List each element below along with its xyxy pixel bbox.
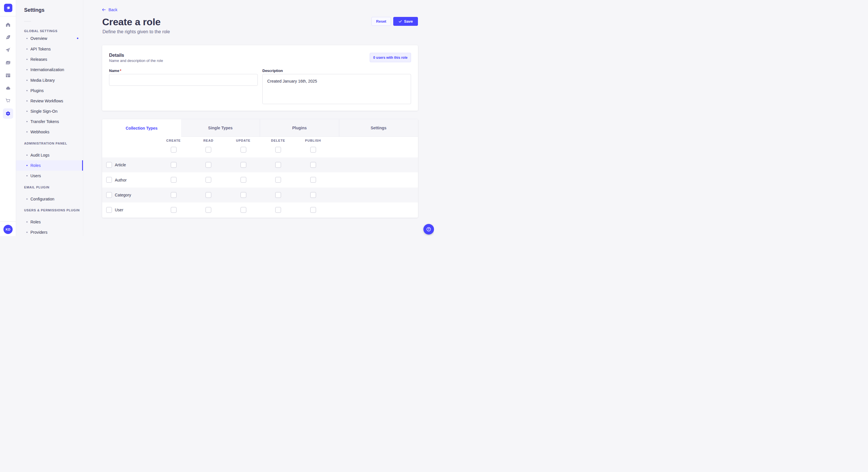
author-publish-checkbox[interactable] xyxy=(310,177,316,183)
bullet-icon xyxy=(26,111,28,112)
home-icon[interactable] xyxy=(5,22,11,28)
article-update-checkbox[interactable] xyxy=(241,162,246,168)
sidebar-item-webhooks[interactable]: Webhooks xyxy=(16,127,83,137)
users-with-role-badge[interactable]: 0 users with this role xyxy=(370,53,411,62)
article-delete-checkbox[interactable] xyxy=(275,162,281,168)
tab-settings[interactable]: Settings xyxy=(339,119,418,137)
sidebar-item-audit-logs[interactable]: Audit Logs xyxy=(16,150,83,160)
page-subtitle: Define the rights given to the role xyxy=(102,29,170,34)
category-create-checkbox[interactable] xyxy=(171,192,177,198)
strapi-logo[interactable] xyxy=(4,4,12,12)
row-select-checkbox[interactable] xyxy=(106,207,112,213)
article-create-checkbox[interactable] xyxy=(171,162,177,168)
sidebar-item-plugins[interactable]: Plugins xyxy=(16,86,83,96)
nav-rail: KD xyxy=(0,0,16,236)
settings-sidebar: Settings GLOBAL SETTINGS Overview API To… xyxy=(16,0,83,236)
sidebar-item-api-tokens[interactable]: API Tokens xyxy=(16,44,83,54)
bullet-icon xyxy=(26,80,28,81)
tab-collection-types[interactable]: Collection Types xyxy=(102,119,181,137)
author-delete-checkbox[interactable] xyxy=(275,177,281,183)
marketplace-cart-icon[interactable] xyxy=(5,98,11,103)
row-label: Category xyxy=(115,193,131,197)
select-all-delete-checkbox[interactable] xyxy=(275,147,281,153)
sidebar-item-transfer-tokens[interactable]: Transfer Tokens xyxy=(16,116,83,127)
row-select-checkbox[interactable] xyxy=(106,162,112,168)
sidebar-item-users[interactable]: Users xyxy=(16,171,83,181)
author-read-checkbox[interactable] xyxy=(206,177,211,183)
sidebar-item-single-sign-on[interactable]: Single Sign-On xyxy=(16,106,83,116)
layout-icon[interactable] xyxy=(5,72,11,78)
help-button[interactable] xyxy=(423,224,434,235)
sidebar-item-internationalization[interactable]: Internationalization xyxy=(16,65,83,75)
sidebar-item-roles-up[interactable]: Roles xyxy=(16,217,83,227)
feather-icon[interactable] xyxy=(5,34,11,40)
bullet-icon xyxy=(26,232,28,233)
details-card: Details Name and description of the role… xyxy=(102,45,418,111)
bullet-icon xyxy=(26,222,28,223)
category-delete-checkbox[interactable] xyxy=(275,192,281,198)
required-asterisk: * xyxy=(120,69,121,73)
name-label: Name* xyxy=(109,69,121,73)
description-textarea[interactable]: Created January 16th, 2025 xyxy=(262,74,411,104)
sidebar-item-review-workflows[interactable]: Review Workflows xyxy=(16,96,83,106)
arrow-left-icon xyxy=(102,7,106,12)
user-create-checkbox[interactable] xyxy=(171,207,177,213)
row-select-checkbox[interactable] xyxy=(106,192,112,198)
select-all-read-checkbox[interactable] xyxy=(206,147,211,153)
page-title: Create a role xyxy=(102,16,160,28)
table-row-category: Category xyxy=(102,188,418,202)
category-update-checkbox[interactable] xyxy=(241,192,246,198)
back-label: Back xyxy=(108,7,117,12)
sidebar-item-releases[interactable]: Releases xyxy=(16,54,83,65)
tab-plugins[interactable]: Plugins xyxy=(260,119,339,137)
section-email-plugin: EMAIL PLUGIN xyxy=(24,186,50,190)
row-label: Article xyxy=(115,163,126,167)
article-publish-checkbox[interactable] xyxy=(310,162,316,168)
bullet-icon xyxy=(26,198,28,200)
reset-button[interactable]: Reset xyxy=(371,17,391,26)
sidebar-title: Settings xyxy=(24,7,44,13)
bullet-icon xyxy=(26,38,28,39)
select-all-create-checkbox[interactable] xyxy=(171,147,177,153)
select-all-publish-checkbox[interactable] xyxy=(310,147,316,153)
user-read-checkbox[interactable] xyxy=(206,207,211,213)
table-row-user: User xyxy=(102,202,418,217)
check-icon xyxy=(398,20,402,23)
permissions-tabs: Collection Types Single Types Plugins Se… xyxy=(102,119,418,137)
paper-plane-icon[interactable] xyxy=(5,47,11,53)
sidebar-item-roles-admin[interactable]: Roles xyxy=(16,160,83,171)
bullet-icon xyxy=(26,155,28,156)
bullet-icon xyxy=(26,165,28,166)
sidebar-item-providers[interactable]: Providers xyxy=(16,227,83,236)
sidebar-item-configuration[interactable]: Configuration xyxy=(16,194,83,204)
avatar[interactable]: KD xyxy=(3,225,12,234)
select-all-update-checkbox[interactable] xyxy=(241,147,246,153)
bullet-icon xyxy=(26,90,28,91)
sidebar-item-overview[interactable]: Overview xyxy=(16,33,83,43)
bullet-icon xyxy=(26,100,28,102)
cloud-icon[interactable] xyxy=(5,85,11,91)
save-button[interactable]: Save xyxy=(393,17,418,26)
table-row-article: Article xyxy=(102,158,418,172)
author-create-checkbox[interactable] xyxy=(171,177,177,183)
bullet-icon xyxy=(26,175,28,176)
user-delete-checkbox[interactable] xyxy=(275,207,281,213)
back-link[interactable]: Back xyxy=(102,7,117,12)
bullet-icon xyxy=(26,59,28,60)
category-read-checkbox[interactable] xyxy=(206,192,211,198)
gear-icon[interactable] xyxy=(5,111,11,116)
user-publish-checkbox[interactable] xyxy=(310,207,316,213)
tab-single-types[interactable]: Single Types xyxy=(181,119,260,137)
description-label: Description xyxy=(262,69,283,73)
author-update-checkbox[interactable] xyxy=(241,177,246,183)
sidebar-item-media-library[interactable]: Media Library xyxy=(16,75,83,86)
name-input[interactable] xyxy=(109,74,258,86)
article-read-checkbox[interactable] xyxy=(206,162,211,168)
user-update-checkbox[interactable] xyxy=(241,207,246,213)
category-publish-checkbox[interactable] xyxy=(310,192,316,198)
row-label: User xyxy=(115,208,123,212)
row-select-checkbox[interactable] xyxy=(106,177,112,183)
bullet-icon xyxy=(26,48,28,49)
media-library-icon[interactable] xyxy=(5,60,11,66)
main-content: Back Create a role Define the rights giv… xyxy=(83,0,434,236)
